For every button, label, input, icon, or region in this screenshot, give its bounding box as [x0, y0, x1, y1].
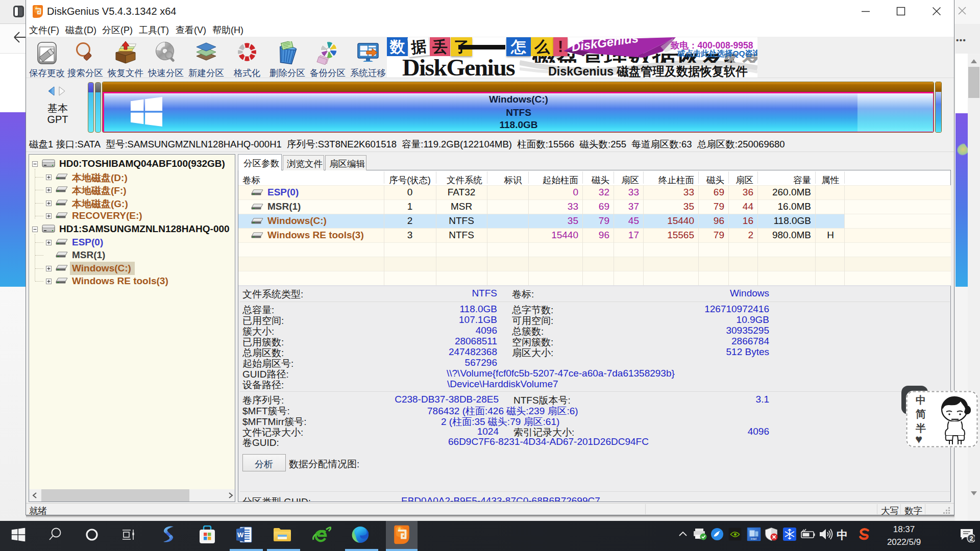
svg-text:2: 2 [970, 535, 973, 542]
svg-text:intel: intel [751, 537, 756, 540]
svg-text:W: W [237, 531, 244, 539]
